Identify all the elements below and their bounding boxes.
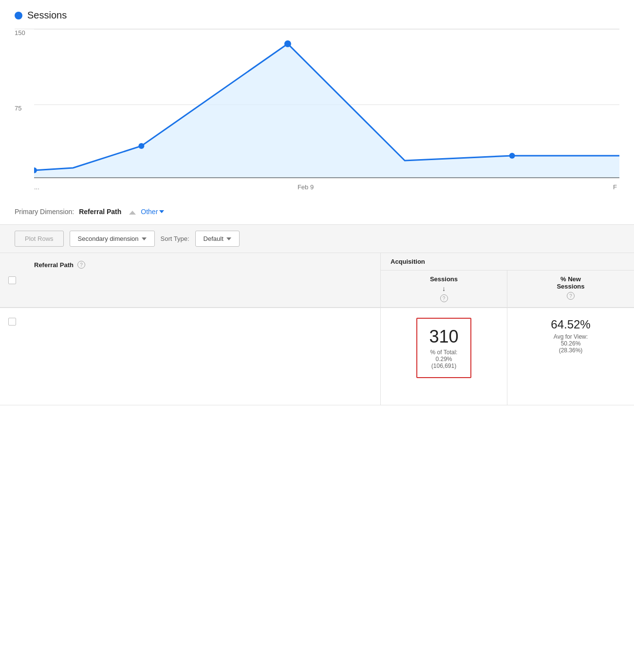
y-label-150: 150: [15, 29, 25, 36]
new-sessions-col-label: % NewSessions: [557, 275, 584, 290]
x-labels: ... Feb 9 F: [34, 180, 619, 194]
table-row: 310 % of Total: 0.29% (106,691) 64.52% A…: [0, 308, 634, 405]
primary-dimension-value: Referral Path: [79, 208, 121, 216]
secondary-dim-label: Secondary dimension: [78, 235, 139, 242]
caret-up-icon: [129, 211, 136, 215]
new-sessions-help-icon[interactable]: ?: [567, 292, 575, 300]
secondary-dimension-button[interactable]: Secondary dimension: [70, 231, 155, 247]
sessions-value-box: 310 % of Total: 0.29% (106,691): [416, 318, 471, 378]
pct-total-value: 0.29%: [435, 356, 452, 363]
sessions-help-icon[interactable]: ?: [440, 294, 448, 302]
referral-path-col-title: Referral Path: [34, 261, 74, 269]
row-referral-path-cell: [24, 308, 381, 405]
default-sort-chevron-icon: [226, 237, 231, 240]
legend-label: Sessions: [27, 10, 67, 21]
row-sessions-cell: 310 % of Total: 0.29% (106,691): [381, 308, 507, 405]
other-dropdown-icon: [159, 210, 164, 213]
row-acquisition-cells: 310 % of Total: 0.29% (106,691) 64.52% A…: [381, 308, 634, 405]
sessions-number: 310: [429, 327, 458, 347]
svg-point-6: [284, 40, 291, 47]
avg-for-view-paren: (28.36%): [559, 347, 583, 354]
chart-legend: Sessions: [15, 10, 619, 21]
svg-marker-3: [34, 44, 619, 178]
default-sort-button[interactable]: Default: [195, 231, 240, 247]
other-link[interactable]: Other: [141, 208, 164, 216]
x-label-dots: ...: [34, 183, 39, 191]
other-link-text: Other: [141, 208, 158, 216]
svg-point-5: [138, 143, 144, 149]
acquisition-cols: Sessions ↓ ? % NewSessions ?: [381, 271, 634, 307]
referral-path-help-icon[interactable]: ?: [77, 261, 85, 269]
acquisition-header: Acquisition: [381, 253, 634, 271]
chart-svg: [34, 29, 619, 180]
new-sessions-number: 64.52%: [551, 318, 590, 331]
row-new-sessions-cell: 64.52% Avg for View: 50.26% (28.36%): [507, 308, 634, 405]
row-checkbox[interactable]: [8, 318, 16, 326]
secondary-dim-chevron-icon: [142, 237, 147, 240]
toolbar: Plot Rows Secondary dimension Sort Type:…: [0, 225, 634, 253]
new-sessions-avg: Avg for View: 50.26% (28.36%): [554, 333, 588, 354]
svg-point-7: [509, 153, 515, 159]
sort-type-label: Sort Type:: [161, 235, 189, 242]
sessions-sort-arrow[interactable]: ↓: [442, 285, 446, 292]
plot-rows-button[interactable]: Plot Rows: [15, 231, 64, 247]
default-sort-label: Default: [204, 235, 224, 242]
chart-y-labels: 150 75: [15, 29, 25, 194]
chart-section: Sessions 150 75 ... Feb 9: [0, 0, 634, 199]
pct-total-count: (106,691): [431, 363, 456, 369]
pct-total-label: % of Total:: [430, 349, 458, 356]
legend-dot: [15, 12, 22, 19]
data-table: Referral Path ? Acquisition Sessions ↓ ?…: [0, 253, 634, 405]
referral-path-header-col: Referral Path ?: [24, 253, 381, 307]
new-sessions-header-col: % NewSessions ?: [507, 271, 634, 307]
avg-for-view-label: Avg for View:: [554, 333, 588, 340]
x-label-feb9: Feb 9: [298, 183, 314, 191]
primary-dimension-bar: Primary Dimension: Referral Path Other: [0, 199, 634, 225]
avg-for-view-value: 50.26%: [561, 340, 581, 347]
sessions-col-label: Sessions: [430, 275, 458, 283]
acquisition-group: Acquisition Sessions ↓ ? % NewSessions ?: [381, 253, 634, 307]
row-checkbox-col: [0, 308, 24, 405]
primary-dimension-label: Primary Dimension:: [15, 208, 74, 216]
header-checkbox-col: [0, 253, 24, 307]
table-header: Referral Path ? Acquisition Sessions ↓ ?…: [0, 253, 634, 308]
select-all-checkbox[interactable]: [8, 276, 16, 284]
chart-container: 150 75 ... Feb 9 F: [15, 29, 619, 194]
sessions-pct-of-total: % of Total: 0.29% (106,691): [429, 349, 458, 369]
x-label-f: F: [613, 183, 617, 191]
y-label-75: 75: [15, 105, 25, 112]
sessions-header-col: Sessions ↓ ?: [381, 271, 507, 307]
